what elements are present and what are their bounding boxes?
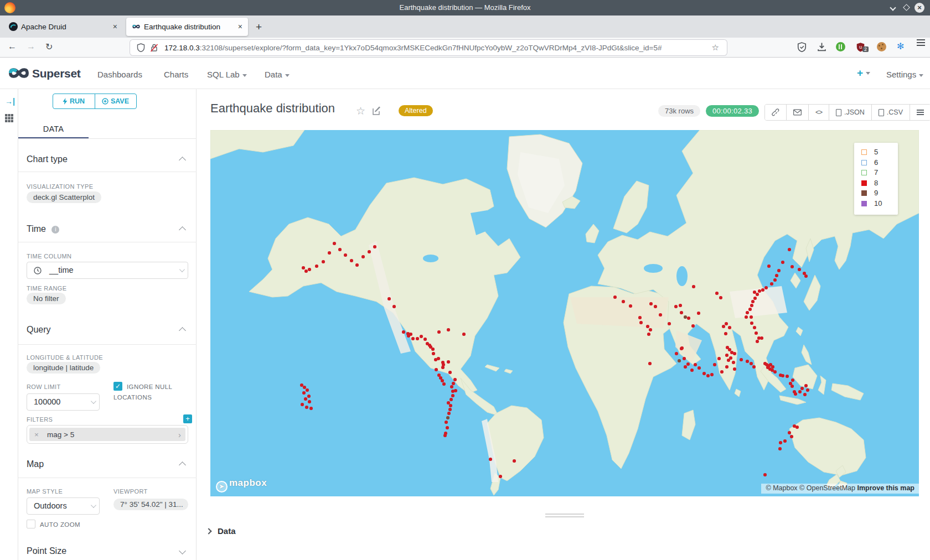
- attribution-mapbox[interactable]: © Mapbox: [766, 484, 799, 492]
- nav-sql-lab[interactable]: SQL Lab: [207, 70, 247, 79]
- earthquake-point: [646, 325, 649, 328]
- browser-tab-superset[interactable]: Earthquake distribution ×: [126, 18, 248, 36]
- menu-icon[interactable]: [917, 42, 925, 43]
- collapse-map-icon[interactable]: [179, 462, 186, 469]
- earthquake-point: [690, 369, 694, 372]
- tab-label: Apache Druid: [21, 23, 66, 31]
- earthquake-point: [763, 473, 767, 476]
- pocket-shield-icon[interactable]: [797, 42, 807, 54]
- earthquake-point: [756, 293, 759, 296]
- superset-header: Superset Dashboards Charts SQL Lab Data …: [0, 58, 930, 89]
- ublock-shield-icon[interactable]: u 2: [856, 42, 865, 54]
- row-limit-select[interactable]: 100000: [27, 393, 100, 411]
- earthquake-point: [764, 286, 768, 289]
- superset-logo-icon: [7, 66, 31, 80]
- export-json-button[interactable]: .JSON: [829, 105, 872, 120]
- collapse-query-icon[interactable]: [179, 327, 186, 334]
- remove-filter-icon[interactable]: ×: [34, 431, 39, 439]
- file-csv-icon: [879, 109, 884, 116]
- time-range-value[interactable]: No filter: [27, 293, 66, 304]
- earthquake-point: [442, 363, 445, 366]
- section-point-size[interactable]: Point Size: [27, 546, 66, 556]
- extension-green-icon[interactable]: [836, 42, 845, 51]
- save-button[interactable]: SAVE: [95, 94, 137, 108]
- earthquake-point: [431, 348, 435, 351]
- section-map[interactable]: Map: [27, 459, 44, 469]
- extension-asterisk-icon[interactable]: ✻: [897, 41, 904, 51]
- earthquake-point: [333, 242, 336, 245]
- earthquake-point: [513, 459, 516, 463]
- copy-link-button[interactable]: [765, 105, 787, 120]
- run-button[interactable]: RUN: [53, 94, 95, 108]
- row-limit-value: 100000: [34, 397, 60, 406]
- viewport-value[interactable]: 7° 35' 54.02" | 31...: [113, 499, 188, 510]
- dataset-grid-icon[interactable]: [4, 113, 14, 123]
- favorite-star-icon[interactable]: ☆: [356, 105, 365, 117]
- ignore-null-checkbox[interactable]: ✓: [113, 382, 122, 391]
- bookmark-star-icon[interactable]: ☆: [712, 43, 719, 53]
- expand-point-size-icon[interactable]: [179, 547, 186, 554]
- altered-badge[interactable]: Altered: [399, 105, 433, 116]
- window-close-button[interactable]: ×: [914, 3, 924, 13]
- map-style-select[interactable]: Outdoors: [27, 497, 100, 515]
- nav-dashboards[interactable]: Dashboards: [97, 70, 142, 79]
- back-button[interactable]: ←: [8, 42, 17, 51]
- cookie-icon[interactable]: [877, 42, 886, 51]
- earthquake-point: [725, 322, 728, 325]
- insecure-lock-icon[interactable]: [150, 43, 158, 52]
- earthquake-point: [750, 304, 753, 307]
- nav-charts[interactable]: Charts: [164, 70, 188, 79]
- window-minimize-button[interactable]: [888, 3, 898, 13]
- more-options-button[interactable]: [910, 105, 930, 120]
- add-filter-button[interactable]: +: [183, 414, 192, 423]
- section-query[interactable]: Query: [27, 325, 51, 335]
- collapse-time-icon[interactable]: [179, 226, 186, 234]
- tab-data[interactable]: DATA: [18, 125, 89, 133]
- section-chart-type[interactable]: Chart type: [27, 154, 68, 164]
- earthquake-point: [443, 434, 447, 437]
- earthquake-point: [786, 375, 789, 378]
- shield-permissions-icon[interactable]: [137, 43, 145, 52]
- earthquake-point: [423, 338, 427, 341]
- url-bar[interactable]: 172.18.0.3:32108/superset/explore/?form_…: [130, 40, 727, 55]
- reload-button[interactable]: ↻: [45, 42, 53, 52]
- filter-chip[interactable]: × mag > 5 ›: [29, 428, 185, 441]
- settings-menu[interactable]: Settings: [886, 70, 923, 79]
- browser-tab-druid[interactable]: Apache Druid ×: [3, 18, 123, 36]
- section-time[interactable]: Time i: [27, 224, 59, 234]
- viz-type-value[interactable]: deck.gl Scatterplot: [27, 191, 101, 203]
- tab-label: Earthquake distribution: [144, 23, 220, 31]
- window-maximize-button[interactable]: [901, 3, 911, 13]
- tab-close-icon[interactable]: ×: [113, 22, 117, 31]
- earthquake-point: [781, 374, 784, 377]
- legend-item: 7: [861, 168, 898, 179]
- data-panel-toggle[interactable]: Data: [206, 526, 236, 536]
- download-icon[interactable]: [817, 42, 826, 54]
- forward-button[interactable]: →: [27, 42, 35, 51]
- mapbox-logo[interactable]: ➤mapbox: [216, 478, 267, 490]
- earthquake-point: [420, 335, 423, 338]
- nav-data[interactable]: Data: [265, 70, 290, 79]
- expand-filter-icon[interactable]: ›: [178, 430, 181, 439]
- url-path: :32108/superset/explore/?form_data_key=1…: [200, 44, 662, 52]
- attribution-improve-link[interactable]: Improve this map: [857, 484, 915, 492]
- attribution-osm[interactable]: © OpenStreetMap: [799, 484, 857, 492]
- earthquake-point: [388, 297, 391, 300]
- time-column-select[interactable]: __time: [27, 262, 188, 279]
- add-new-button[interactable]: +: [857, 67, 870, 79]
- embed-code-button[interactable]: <>: [809, 105, 829, 120]
- map-style-label: MAP STYLE: [27, 488, 63, 495]
- expand-dataset-panel-icon[interactable]: →|: [5, 97, 15, 106]
- auto-zoom-checkbox[interactable]: [27, 520, 35, 528]
- lonlat-value[interactable]: longitude | latitude: [27, 362, 100, 374]
- email-button[interactable]: [787, 105, 809, 120]
- new-tab-button[interactable]: +: [256, 21, 262, 33]
- earthquake-point: [727, 359, 730, 362]
- collapse-chart-type-icon[interactable]: [179, 157, 186, 164]
- deckgl-map-canvas[interactable]: 5 6 7 8 9 10 ➤mapbox © Mapbox © OpenStre…: [210, 130, 919, 496]
- tab-close-icon[interactable]: ×: [238, 22, 242, 31]
- export-csv-button[interactable]: .CSV: [872, 105, 910, 120]
- superset-brand[interactable]: Superset: [32, 67, 80, 80]
- resize-handle[interactable]: [545, 514, 584, 519]
- edit-properties-icon[interactable]: [373, 106, 381, 115]
